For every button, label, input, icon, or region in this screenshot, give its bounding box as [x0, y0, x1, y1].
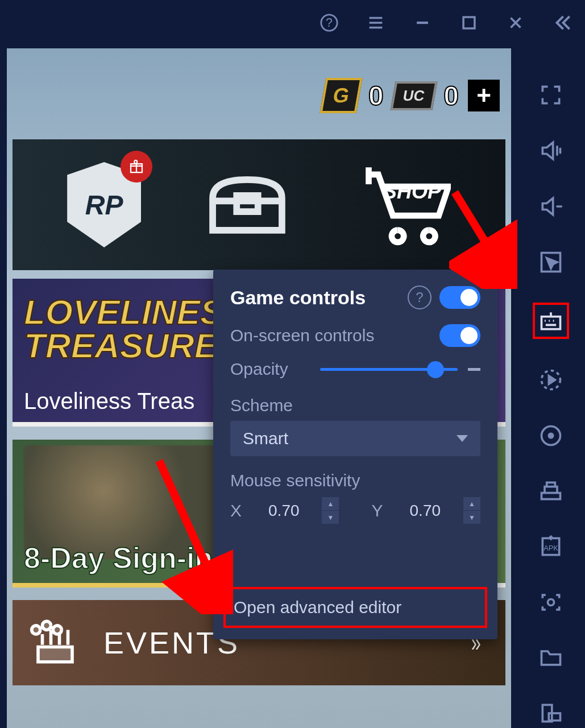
media-folder-icon[interactable] — [536, 643, 566, 673]
royal-pass-button[interactable]: RP — [67, 162, 141, 247]
gift-badge-icon — [121, 151, 152, 183]
emulator-sidebar: APK — [517, 0, 585, 728]
events-icon — [30, 617, 81, 668]
open-advanced-editor-button[interactable]: Open advanced editor — [223, 587, 487, 628]
sens-y-value[interactable]: 0.70 — [395, 496, 455, 526]
install-apk-icon[interactable]: APK — [536, 532, 566, 561]
help-icon[interactable]: ? — [408, 286, 432, 309]
multi-instance-icon[interactable] — [536, 476, 566, 506]
annotation-arrow — [449, 187, 517, 289]
caret-down-icon[interactable]: ▼ — [322, 511, 339, 524]
banner-subtitle: Loveliness Treas — [24, 388, 194, 414]
mouse-sensitivity-label: Mouse sensitivity — [230, 471, 480, 490]
maximize-icon[interactable] — [458, 11, 480, 34]
volume-down-icon[interactable] — [536, 192, 566, 221]
add-currency-button[interactable]: + — [468, 80, 500, 111]
caret-down-icon[interactable]: ▼ — [463, 511, 480, 524]
svg-rect-13 — [549, 713, 560, 721]
caret-up-icon[interactable]: ▲ — [463, 497, 480, 511]
screenshot-icon[interactable] — [536, 588, 566, 617]
shop-toolbar: RP SHOP — [13, 139, 505, 270]
opacity-slider[interactable] — [320, 368, 458, 371]
sens-y-stepper[interactable]: ▲ ▼ — [463, 497, 480, 524]
sens-x-stepper[interactable]: ▲ ▼ — [322, 497, 339, 524]
svg-point-11 — [548, 599, 554, 605]
svg-point-8 — [549, 433, 553, 437]
g-currency-value: 0 — [368, 80, 384, 111]
svg-text:APK: APK — [543, 544, 558, 552]
cursor-lock-icon[interactable] — [536, 247, 566, 277]
g-currency-badge[interactable]: G — [320, 78, 363, 113]
caret-up-icon[interactable]: ▲ — [322, 497, 339, 511]
macro-record-icon[interactable] — [536, 365, 566, 395]
scheme-label: Scheme — [230, 396, 480, 415]
onscreen-controls-toggle[interactable] — [439, 324, 480, 347]
minimize-icon[interactable] — [411, 11, 434, 34]
window-titlebar: ? — [0, 0, 585, 46]
svg-rect-5 — [542, 317, 561, 329]
shop-button[interactable]: SHOP — [354, 162, 451, 247]
currency-bar: G 0 UC 0 + — [7, 76, 500, 115]
onscreen-controls-label: On-screen controls — [230, 326, 374, 345]
scheme-value: Smart — [243, 429, 288, 448]
crate-button[interactable] — [205, 167, 290, 243]
menu-icon[interactable] — [364, 11, 387, 34]
volume-up-icon[interactable] — [536, 136, 566, 166]
game-controls-toggle[interactable] — [439, 286, 480, 309]
annotation-arrow — [153, 455, 233, 614]
svg-rect-2 — [463, 17, 475, 28]
fullscreen-icon[interactable] — [536, 81, 566, 110]
svg-text:SHOP: SHOP — [383, 180, 442, 203]
panel-title: Game controls — [230, 287, 400, 309]
sync-operations-icon[interactable] — [536, 421, 566, 450]
scheme-dropdown[interactable]: Smart — [230, 421, 480, 456]
keyboard-controls-icon[interactable] — [533, 303, 569, 339]
uc-currency-badge[interactable]: UC — [390, 81, 437, 110]
sens-x-value[interactable]: 0.70 — [254, 496, 314, 526]
sens-y-label: Y — [372, 501, 387, 520]
help-icon[interactable]: ? — [318, 11, 341, 34]
rotate-icon[interactable] — [536, 698, 566, 728]
uc-currency-value: 0 — [443, 80, 459, 111]
opacity-max-icon — [468, 368, 480, 371]
chevron-down-icon — [457, 435, 468, 442]
game-controls-panel: Game controls ? On-screen controls Opaci… — [213, 270, 497, 639]
svg-text:?: ? — [326, 16, 333, 30]
opacity-label: Opacity — [230, 359, 310, 379]
